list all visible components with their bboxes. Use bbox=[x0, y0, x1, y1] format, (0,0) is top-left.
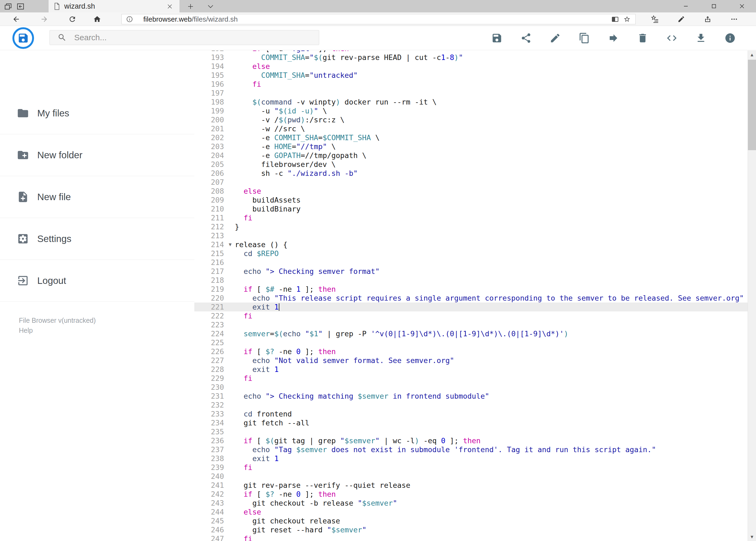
code-line[interactable]: 202 -e COMMIT_SHA=$COMMIT_SHA \ bbox=[194, 133, 748, 142]
code-editor[interactable]: 192 if [ -d ".git" ]; then193 COMMIT_SHA… bbox=[194, 51, 748, 541]
new-tab-button[interactable] bbox=[185, 2, 196, 11]
code-line[interactable]: 222 fi bbox=[194, 311, 748, 320]
code-line[interactable]: 194 else bbox=[194, 62, 748, 71]
code-line[interactable]: 223 bbox=[194, 320, 748, 329]
share-button[interactable] bbox=[520, 32, 532, 44]
code-line[interactable]: 220 echo "This release script requires a… bbox=[194, 293, 748, 302]
code-line[interactable]: 214▾release () { bbox=[194, 240, 748, 249]
scrollbar[interactable]: ▲ ▼ bbox=[748, 51, 756, 541]
window-maximize-button[interactable] bbox=[700, 0, 728, 12]
copy-button[interactable] bbox=[579, 32, 590, 44]
code-line[interactable]: 229 fi bbox=[194, 374, 748, 383]
code-line[interactable]: 225 bbox=[194, 338, 748, 347]
code-line[interactable]: 234 git fetch --all bbox=[194, 418, 748, 427]
raw-code-button[interactable] bbox=[666, 32, 677, 44]
code-line[interactable]: 210 buildBinary bbox=[194, 205, 748, 214]
code-line[interactable]: 213 bbox=[194, 231, 748, 240]
code-line[interactable]: 241 git rev-parse --verify --quiet relea… bbox=[194, 481, 748, 490]
hub-favorites-icon[interactable] bbox=[650, 15, 659, 24]
tabs-set-aside-icon[interactable] bbox=[3, 2, 14, 11]
code-line[interactable]: 238 exit 1 bbox=[194, 454, 748, 463]
code-line[interactable]: 198 $(command -v winpty) docker run --rm… bbox=[194, 98, 748, 106]
browser-tab[interactable]: wizard.sh bbox=[49, 0, 179, 12]
code-line[interactable]: 196 fi bbox=[194, 80, 748, 89]
download-button[interactable] bbox=[695, 32, 707, 44]
code-line[interactable]: 199 -u "$(id -u)" \ bbox=[194, 106, 748, 115]
code-line[interactable]: 219 if [ $# -ne 1 ]; then bbox=[194, 285, 748, 293]
sidebar-item-settings[interactable]: Settings bbox=[0, 218, 194, 260]
favorite-star-icon[interactable] bbox=[624, 16, 630, 23]
code-line[interactable]: 242 if [ $? -ne 0 ]; then bbox=[194, 490, 748, 499]
code-line[interactable]: 201 -w //src \ bbox=[194, 124, 748, 133]
code-line[interactable]: 243 git checkout -b release "$semver" bbox=[194, 499, 748, 507]
code-line[interactable]: 232 bbox=[194, 400, 748, 409]
code-line[interactable]: 211 fi bbox=[194, 214, 748, 222]
code-line[interactable]: 195 COMMIT_SHA="untracked" bbox=[194, 71, 748, 80]
address-bar[interactable]: filebrowser.web/files/wizard.sh bbox=[122, 14, 635, 24]
tab-close-icon[interactable] bbox=[165, 2, 174, 11]
code-line[interactable]: 233 cd frontend bbox=[194, 409, 748, 418]
set-tabs-aside-icon[interactable] bbox=[15, 2, 26, 11]
code-line[interactable]: 245 git checkout release bbox=[194, 516, 748, 525]
tab-preview-chevron-icon[interactable] bbox=[205, 2, 216, 11]
move-button[interactable] bbox=[608, 32, 619, 44]
code-line[interactable]: 246 git reset --hard "$semver" bbox=[194, 525, 748, 534]
code-line[interactable]: 215 cd $REPO bbox=[194, 249, 748, 258]
info-button[interactable] bbox=[724, 32, 736, 44]
sidebar-item-new-file[interactable]: New file bbox=[0, 176, 194, 218]
code-line[interactable]: 227 echo "Not valid semver format. See s… bbox=[194, 356, 748, 365]
save-button[interactable] bbox=[491, 32, 503, 44]
help-link[interactable]: Help bbox=[19, 325, 96, 335]
code-line[interactable]: 208 else bbox=[194, 187, 748, 196]
more-options-icon[interactable] bbox=[730, 15, 738, 24]
back-icon[interactable] bbox=[12, 15, 21, 24]
code-line[interactable]: 247 fi bbox=[194, 534, 748, 541]
scrollbar-thumb[interactable] bbox=[748, 60, 756, 150]
code-line[interactable]: 218 bbox=[194, 276, 748, 285]
rename-button[interactable] bbox=[550, 32, 561, 44]
code-line[interactable]: 230 bbox=[194, 383, 748, 392]
code-line[interactable]: 236 if [ $(git tag | grep "$semver" | wc… bbox=[194, 436, 748, 445]
code-line[interactable]: 216 bbox=[194, 258, 748, 267]
code-line[interactable]: 221 exit 1 bbox=[194, 302, 748, 311]
window-close-button[interactable] bbox=[728, 0, 756, 12]
code-line[interactable]: 239 fi bbox=[194, 463, 748, 472]
code-line[interactable]: 205 filebrowser/dev \ bbox=[194, 160, 748, 169]
delete-button[interactable] bbox=[637, 32, 648, 44]
code-line[interactable]: 212} bbox=[194, 222, 748, 231]
code-line[interactable]: 231 echo "> Checking matching $semver in… bbox=[194, 392, 748, 400]
site-info-icon[interactable] bbox=[126, 16, 133, 23]
forward-icon[interactable] bbox=[40, 15, 49, 24]
code-line[interactable]: 207 bbox=[194, 178, 748, 187]
code-line[interactable]: 244 else bbox=[194, 507, 748, 516]
code-line[interactable]: 237 echo "Tag $semver does not exist in … bbox=[194, 445, 748, 454]
web-note-pen-icon[interactable] bbox=[677, 15, 685, 24]
code-line[interactable]: 203 -e HOME="//tmp" \ bbox=[194, 142, 748, 151]
code-line[interactable]: 206 sh -c "./wizard.sh -b" bbox=[194, 169, 748, 178]
code-line[interactable]: 193 COMMIT_SHA="$(git rev-parse HEAD | c… bbox=[194, 53, 748, 62]
code-line[interactable]: 240 bbox=[194, 472, 748, 481]
sidebar-item-new-folder[interactable]: New folder bbox=[0, 134, 194, 176]
code-line[interactable]: 226 if [ $? -ne 0 ]; then bbox=[194, 347, 748, 356]
code-line[interactable]: 224 semver=$(echo "$1" | grep -P '^v(0|[… bbox=[194, 329, 748, 338]
reading-view-icon[interactable] bbox=[612, 16, 619, 23]
code-line[interactable]: 204 -e GOPATH=//tmp/gopath \ bbox=[194, 151, 748, 160]
sidebar-item-my-files[interactable]: My files bbox=[0, 92, 194, 134]
sidebar-item-logout[interactable]: Logout bbox=[0, 260, 194, 302]
code-line[interactable]: 200 -v /$(pwd):/src:z \ bbox=[194, 115, 748, 124]
share-page-icon[interactable] bbox=[703, 15, 712, 24]
search-input[interactable]: Search... bbox=[49, 30, 319, 45]
code-line[interactable]: 217 echo "> Checking semver format" bbox=[194, 267, 748, 276]
code-line[interactable]: 197 bbox=[194, 89, 748, 98]
code-line[interactable]: 192 if [ -d ".git" ]; then bbox=[194, 51, 748, 53]
code-line[interactable]: 209 buildAssets bbox=[194, 196, 748, 205]
code-line[interactable]: 228 exit 1 bbox=[194, 365, 748, 374]
scrollbar-down-icon[interactable]: ▼ bbox=[748, 533, 756, 541]
window-minimize-button[interactable] bbox=[672, 0, 700, 12]
fold-icon[interactable]: ▾ bbox=[229, 240, 232, 249]
refresh-icon[interactable] bbox=[68, 15, 77, 24]
scrollbar-up-icon[interactable]: ▲ bbox=[748, 51, 756, 59]
search-placeholder: Search... bbox=[74, 33, 107, 42]
code-line[interactable]: 235 bbox=[194, 427, 748, 436]
home-icon[interactable] bbox=[93, 15, 102, 24]
